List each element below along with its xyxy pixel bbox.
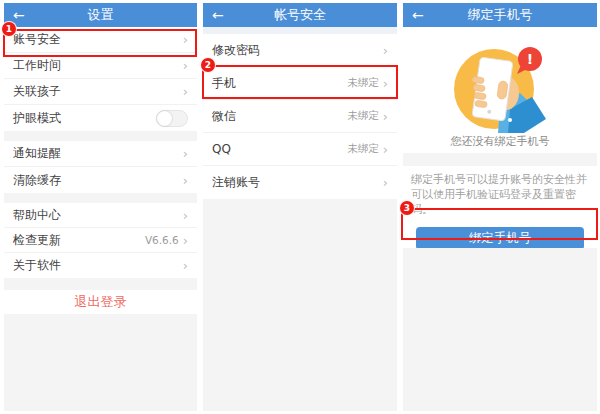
bind-description-text: 绑定手机号可以提升账号的安全性并可以使用手机验证码登录及重置密码。 [411, 172, 589, 217]
item-change-password[interactable]: 修改密码 › [203, 34, 397, 67]
section-divider [4, 193, 197, 203]
chevron-right-icon: › [383, 44, 388, 57]
item-label: 护眼模式 [13, 110, 156, 127]
bind-status-value: 未绑定 [347, 76, 379, 90]
item-phone[interactable]: 手机 未绑定 › [203, 67, 397, 100]
bind-phone-header: ← 绑定手机号 [403, 3, 597, 27]
chevron-right-icon: › [383, 143, 388, 156]
back-arrow-icon[interactable]: ← [412, 3, 424, 27]
phone-illustration: ! [448, 41, 552, 133]
settings-item-work-time[interactable]: 工作时间 › [4, 53, 197, 79]
item-qq[interactable]: QQ 未绑定 › [203, 133, 397, 166]
chevron-right-icon: › [183, 234, 188, 247]
item-label: 帮助中心 [13, 207, 183, 224]
item-wechat[interactable]: 微信 未绑定 › [203, 100, 397, 133]
item-label: 手机 [212, 75, 347, 92]
chevron-right-icon: › [183, 174, 188, 187]
back-arrow-icon[interactable]: ← [13, 3, 25, 27]
empty-state-section: ! 您还没有绑定手机号 [403, 27, 597, 153]
eye-protection-toggle[interactable] [156, 110, 188, 127]
version-value: V6.6.6 [145, 234, 179, 246]
chevron-right-icon: › [183, 147, 188, 160]
alert-bubble-icon: ! [517, 47, 542, 74]
item-label: 清除缓存 [13, 172, 183, 189]
bind-description-section: 绑定手机号可以提升账号的安全性并可以使用手机验证码登录及重置密码。 绑定手机号 [403, 166, 597, 248]
settings-item-check-update[interactable]: 检查更新 V6.6.6 › [4, 228, 197, 253]
empty-area [403, 248, 597, 411]
settings-item-notifications[interactable]: 通知提醒 › [4, 141, 197, 167]
section-divider [4, 131, 197, 141]
settings-item-help-center[interactable]: 帮助中心 › [4, 203, 197, 228]
item-label: QQ [212, 142, 347, 156]
settings-item-link-child[interactable]: 关联孩子 › [4, 79, 197, 105]
settings-item-clear-cache[interactable]: 清除缓存 › [4, 167, 197, 193]
toggle-knob [157, 111, 172, 126]
item-label: 关于软件 [13, 257, 183, 274]
svg-text:!: ! [527, 51, 533, 67]
chevron-right-icon: › [383, 110, 388, 123]
settings-screen: ← 设置 账号安全 › 工作时间 › 关联孩子 › 护眼模式 通知提醒 › 清除… [4, 3, 197, 411]
chevron-right-icon: › [183, 259, 188, 272]
account-security-screen: ← 帐号安全 修改密码 › 手机 未绑定 › 微信 未绑定 › QQ 未绑定 ›… [203, 3, 397, 411]
item-label: 微信 [212, 108, 347, 125]
bind-phone-title: 绑定手机号 [403, 6, 597, 24]
settings-header: ← 设置 [4, 3, 197, 27]
item-label: 通知提醒 [13, 145, 183, 162]
empty-state-caption: 您还没有绑定手机号 [451, 134, 550, 149]
item-label: 修改密码 [212, 42, 383, 59]
logout-label: 退出登录 [75, 293, 127, 311]
settings-item-account-security[interactable]: 账号安全 › [4, 27, 197, 53]
item-delete-account[interactable]: 注销账号 › [203, 166, 397, 199]
back-arrow-icon[interactable]: ← [212, 3, 224, 27]
item-label: 检查更新 [13, 232, 145, 249]
item-label: 关联孩子 [13, 83, 183, 100]
settings-title: 设置 [4, 6, 197, 24]
bind-status-value: 未绑定 [347, 109, 379, 123]
chevron-right-icon: › [383, 176, 388, 189]
item-label: 工作时间 [13, 57, 183, 74]
section-divider [403, 153, 597, 166]
bind-phone-screen: ← 绑定手机号 [403, 3, 597, 411]
section-divider [4, 278, 197, 290]
settings-item-about[interactable]: 关于软件 › [4, 253, 197, 278]
chevron-right-icon: › [183, 85, 188, 98]
empty-area [4, 314, 197, 411]
chevron-right-icon: › [183, 209, 188, 222]
chevron-right-icon: › [183, 33, 188, 46]
item-label: 账号安全 [13, 31, 183, 48]
empty-area [203, 199, 397, 411]
item-label: 注销账号 [212, 174, 383, 191]
account-security-title: 帐号安全 [203, 6, 397, 24]
chevron-right-icon: › [183, 59, 188, 72]
bind-status-value: 未绑定 [347, 142, 379, 156]
bind-phone-button[interactable]: 绑定手机号 [416, 227, 584, 250]
settings-item-eye-protection: 护眼模式 [4, 105, 197, 131]
logout-button[interactable]: 退出登录 [4, 290, 197, 314]
chevron-right-icon: › [383, 77, 388, 90]
header-shadow-strip [203, 27, 397, 34]
triple-screenshot-tutorial: ← 设置 账号安全 › 工作时间 › 关联孩子 › 护眼模式 通知提醒 › 清除… [0, 0, 600, 414]
account-security-header: ← 帐号安全 [203, 3, 397, 27]
